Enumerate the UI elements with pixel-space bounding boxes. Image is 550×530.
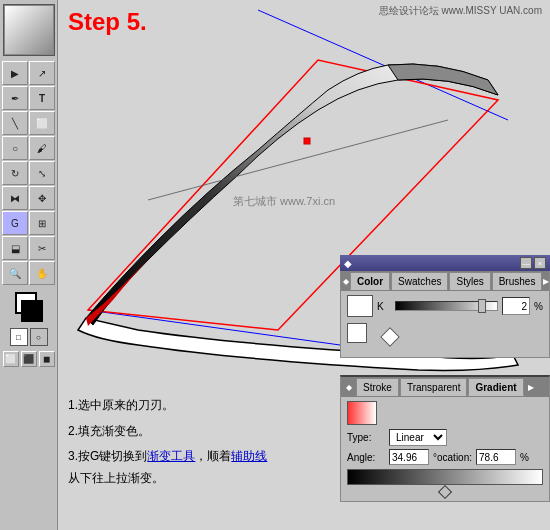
slider-label: K bbox=[377, 301, 391, 312]
ellipse-tool[interactable]: ○ bbox=[2, 136, 28, 160]
percent-label: % bbox=[534, 301, 543, 312]
line-tool[interactable]: ╲ bbox=[2, 111, 28, 135]
gradient-bar-area bbox=[347, 469, 543, 497]
type-label: Type: bbox=[347, 432, 385, 443]
eyedropper-tool[interactable]: ✥ bbox=[29, 186, 55, 210]
color-panel: ◆ — × ◆ Color Swatches Styles Brushes bbox=[340, 255, 550, 360]
paintbucket-tool[interactable]: ⬓ bbox=[2, 236, 28, 260]
gradient-bar[interactable] bbox=[347, 469, 543, 485]
mesh-tool[interactable]: ⊞ bbox=[29, 211, 55, 235]
tab-brushes[interactable]: Brushes bbox=[492, 272, 543, 290]
angle-row: Angle: 34.96 °ocation: 78.6 % bbox=[347, 449, 543, 465]
gradient-tool[interactable]: G bbox=[2, 211, 28, 235]
tab-arrow-right[interactable]: ▶ bbox=[543, 272, 549, 290]
svg-line-0 bbox=[258, 10, 508, 120]
highlight-gradient: 渐变工具 bbox=[147, 449, 195, 463]
minimize-btn[interactable]: — bbox=[520, 257, 532, 269]
tab-gradient[interactable]: Gradient bbox=[468, 378, 523, 396]
gradient-tab-arrow-right[interactable]: ▶ bbox=[525, 378, 537, 396]
tab-arrow-left[interactable]: ◆ bbox=[343, 272, 349, 290]
screen-mode-fullscreen[interactable]: ◼ bbox=[39, 351, 55, 367]
scale-tool[interactable]: ⤡ bbox=[29, 161, 55, 185]
brush-tool[interactable]: 🖌 bbox=[29, 136, 55, 160]
diamond-swatch[interactable] bbox=[380, 327, 400, 347]
tab-styles[interactable]: Styles bbox=[449, 272, 490, 290]
stroke-swatch[interactable] bbox=[347, 323, 367, 343]
location-label: °ocation: bbox=[433, 452, 472, 463]
angle-input[interactable]: 34.96 bbox=[389, 449, 429, 465]
highlight-guide: 辅助线 bbox=[231, 449, 267, 463]
angle-label: Angle: bbox=[347, 452, 385, 463]
canvas-area: Step 5. 思绘设计论坛 www.MISSY UAN.com bbox=[58, 0, 550, 530]
svg-text:第七城市  www.7xi.cn: 第七城市 www.7xi.cn bbox=[233, 195, 335, 207]
screen-mode-normal[interactable]: ⬜ bbox=[3, 351, 19, 367]
instruction-line2: 2.填充渐变色。 bbox=[68, 421, 368, 443]
color-swatch-fg[interactable] bbox=[347, 295, 373, 317]
type-tool[interactable]: T bbox=[29, 86, 55, 110]
svg-rect-4 bbox=[304, 138, 310, 144]
k-slider[interactable] bbox=[395, 301, 498, 311]
instructions: 1.选中原来的刀刃。 2.填充渐变色。 3.按G键切换到渐变工具，顺着辅助线 从… bbox=[68, 395, 368, 489]
instruction-line3: 3.按G键切换到渐变工具，顺着辅助线 bbox=[68, 446, 368, 468]
instruction-line3b: 从下往上拉渐变。 bbox=[68, 468, 368, 490]
watermark: 思绘设计论坛 www.MISSY UAN.com bbox=[379, 4, 542, 18]
type-select[interactable]: Linear Radial bbox=[389, 429, 447, 446]
selection-tool[interactable]: ▶ bbox=[2, 61, 28, 85]
zoom-tool[interactable]: 🔍 bbox=[2, 261, 28, 285]
type-row: Type: Linear Radial bbox=[347, 429, 543, 446]
pen-tool[interactable]: ✒ bbox=[2, 86, 28, 110]
gradient-panel: ◆ Stroke Transparent Gradient ▶ bbox=[340, 375, 550, 502]
tab-swatches[interactable]: Swatches bbox=[391, 272, 448, 290]
screen-mode-full[interactable]: ⬛ bbox=[21, 351, 37, 367]
scissors-tool[interactable]: ✂ bbox=[29, 236, 55, 260]
tab-transparent[interactable]: Transparent bbox=[400, 378, 468, 396]
rotate-tool[interactable]: ↻ bbox=[2, 161, 28, 185]
direct-selection-tool[interactable]: ↗ bbox=[29, 61, 55, 85]
gradient-panel-tabs: ◆ Stroke Transparent Gradient ▶ bbox=[341, 377, 549, 397]
toolbar: ▶ ↗ ✒ T ╲ ⬜ ○ 🖌 ↻ ⤡ ⧓ ✥ G ⊞ ⬓ ✂ 🔍 ✋ □ bbox=[0, 0, 58, 530]
gradient-preview-swatch[interactable] bbox=[347, 401, 377, 425]
location-input[interactable]: 78.6 bbox=[476, 449, 516, 465]
location-percent: % bbox=[520, 452, 529, 463]
rect-tool[interactable]: ⬜ bbox=[29, 111, 55, 135]
tab-stroke[interactable]: Stroke bbox=[356, 378, 399, 396]
color-panel-titlebar: ◆ — × bbox=[340, 255, 550, 271]
k-value[interactable]: 2 bbox=[502, 297, 530, 315]
gradient-midpoint-diamond[interactable] bbox=[438, 485, 452, 499]
instruction-line1: 1.选中原来的刀刃。 bbox=[68, 395, 368, 417]
hand-tool[interactable]: ✋ bbox=[29, 261, 55, 285]
close-btn[interactable]: × bbox=[534, 257, 546, 269]
color-panel-tabs: ◆ Color Swatches Styles Brushes ▶ bbox=[341, 271, 549, 291]
gradient-tab-arrow-left[interactable]: ◆ bbox=[343, 378, 355, 396]
svg-line-2 bbox=[148, 120, 448, 200]
blend-tool[interactable]: ⧓ bbox=[2, 186, 28, 210]
tab-color[interactable]: Color bbox=[350, 272, 390, 290]
